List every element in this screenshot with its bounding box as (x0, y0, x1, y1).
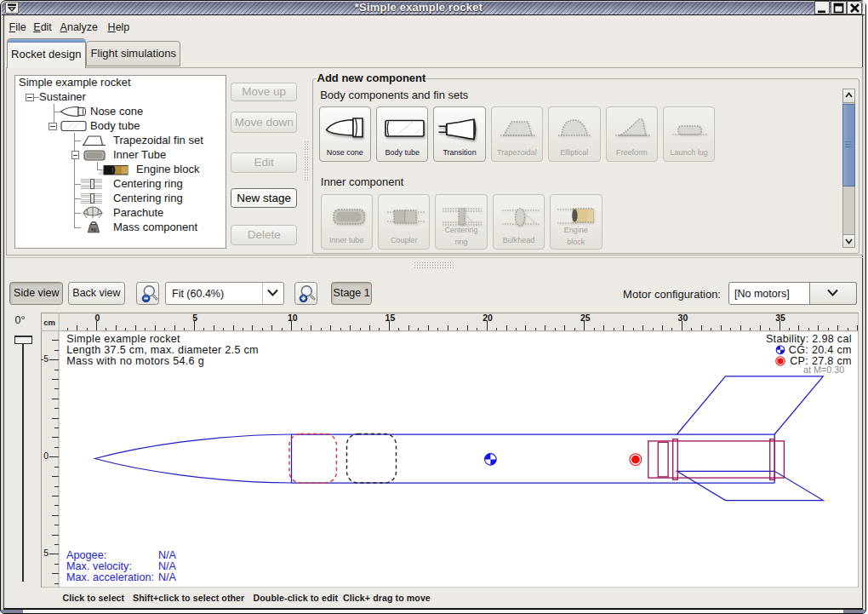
svg-text:Simple example rocket: Simple example rocket (66, 333, 180, 345)
svg-text:35: 35 (775, 313, 785, 323)
svg-text:N/A: N/A (157, 560, 176, 572)
svg-text:Mass with no motors 54.6 g: Mass with no motors 54.6 g (66, 355, 204, 367)
svg-text:N/A: N/A (157, 549, 176, 561)
svg-text:Length 37.5 cm, max. diameter: Length 37.5 cm, max. diameter 2.5 cm (66, 344, 259, 356)
svg-text:Max. acceleration:: Max. acceleration: (66, 571, 154, 582)
svg-text:kg: kg (91, 227, 96, 232)
svg-text:N/A: N/A (157, 571, 176, 582)
svg-text:Max. velocity:: Max. velocity: (66, 560, 132, 572)
svg-text:0: 0 (43, 450, 49, 460)
svg-text:5: 5 (43, 547, 49, 557)
svg-text:cm: cm (43, 318, 55, 327)
svg-text:5: 5 (192, 313, 197, 323)
svg-text:15: 15 (385, 313, 395, 323)
svg-text:Stability: 2.98 cal: Stability: 2.98 cal (765, 332, 851, 344)
svg-text:Apogee:: Apogee: (66, 549, 106, 561)
svg-text:30: 30 (677, 313, 688, 323)
svg-text:10: 10 (287, 313, 297, 323)
svg-text:20: 20 (483, 313, 493, 323)
svg-text:at M=0.30: at M=0.30 (802, 364, 843, 375)
svg-text:-5: -5 (41, 353, 49, 363)
svg-text:25: 25 (580, 313, 590, 323)
svg-text:0: 0 (94, 313, 100, 323)
svg-text:CG: 20.4 cm: CG: 20.4 cm (788, 344, 851, 356)
